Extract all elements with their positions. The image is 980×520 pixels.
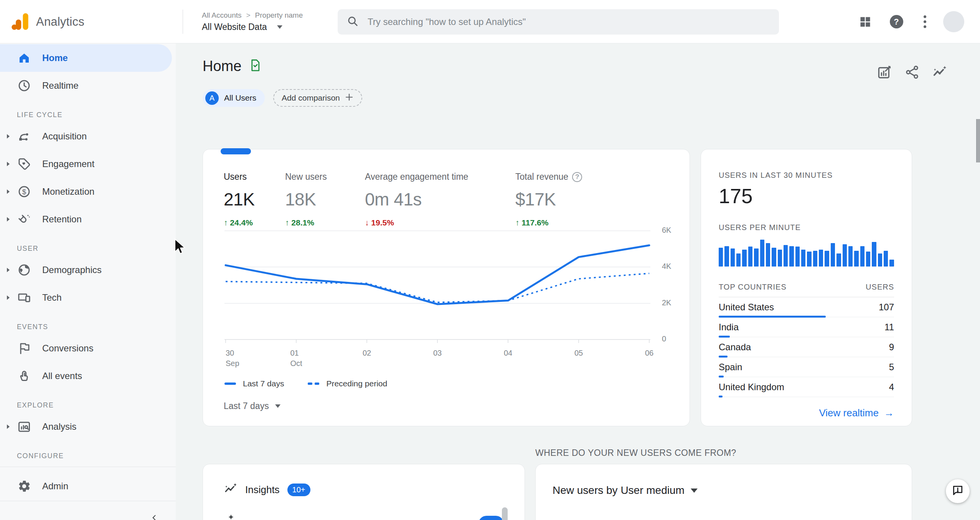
monetization-icon: $ — [17, 184, 31, 199]
expand-caret-icon[interactable] — [6, 134, 11, 139]
google-apps-grid-icon[interactable] — [856, 0, 874, 43]
property-selector[interactable]: All Website Data — [202, 22, 303, 32]
breadcrumb-property-name[interactable]: Property name — [255, 11, 303, 20]
country-row[interactable]: India 11 — [719, 317, 894, 337]
metric-label: Average engagement time — [365, 172, 515, 182]
sidebar-item-tech[interactable]: Tech — [0, 284, 176, 311]
sidebar-item-label: All events — [42, 371, 82, 381]
breakdown-dimension-selector[interactable]: New users by User medium — [553, 484, 896, 497]
search-input[interactable] — [368, 17, 770, 27]
country-users: 4 — [889, 382, 894, 392]
feedback-button[interactable] — [946, 479, 970, 503]
minute-bar — [724, 246, 729, 267]
minute-bar — [843, 244, 847, 267]
insights-card: Insights 10+ — [203, 464, 525, 520]
customize-report-icon[interactable] — [877, 65, 892, 80]
conversions-flag-icon — [17, 341, 31, 356]
date-range-label: Last 7 days — [224, 401, 269, 411]
minute-bar — [819, 250, 823, 267]
expand-caret-icon[interactable] — [6, 295, 11, 300]
sidebar-item-label: Admin — [42, 481, 68, 492]
metric-total-revenue[interactable]: Total revenue ? $17K ↑ 117.6% — [515, 172, 582, 227]
minute-bar — [778, 250, 782, 267]
country-row[interactable]: United Kingdom 4 — [719, 377, 894, 397]
minute-bar — [760, 240, 764, 267]
minute-bar — [795, 247, 800, 267]
user-avatar[interactable] — [943, 11, 964, 32]
line-series-last-7-days — [226, 245, 649, 304]
search-bar[interactable] — [338, 9, 779, 35]
sidebar-item-home[interactable]: Home — [0, 44, 172, 72]
insights-scrollbar[interactable] — [502, 507, 508, 520]
page-scrollbar[interactable] — [976, 119, 980, 162]
realtime-users-count: 175 — [719, 184, 894, 208]
insights-count-badge[interactable]: 10+ — [287, 484, 310, 496]
top-countries-label: TOP COUNTRIES — [719, 283, 787, 291]
expand-caret-icon[interactable] — [6, 217, 11, 222]
report-verified-icon[interactable] — [248, 58, 262, 74]
country-users: 107 — [879, 302, 894, 313]
minute-bar — [825, 251, 829, 267]
minute-bar — [754, 248, 758, 267]
minute-bar — [854, 251, 858, 267]
insights-spark-icon[interactable] — [932, 65, 947, 80]
all-users-chip[interactable]: A All Users — [203, 89, 265, 107]
minute-bar — [719, 248, 723, 267]
help-icon[interactable]: ? — [572, 172, 582, 182]
sidebar-item-admin[interactable]: Admin — [0, 472, 176, 500]
date-range-selector[interactable]: Last 7 days — [224, 401, 280, 411]
sidebar-item-analysis[interactable]: Analysis — [0, 413, 176, 441]
minute-bar — [836, 253, 841, 267]
arrow-right-icon: → — [884, 407, 894, 419]
expand-caret-icon[interactable] — [6, 267, 11, 273]
sidebar-item-conversions[interactable]: Conversions — [0, 335, 176, 362]
sidebar-item-retention[interactable]: Retention — [0, 205, 176, 233]
plus-icon — [345, 93, 354, 103]
breadcrumb[interactable]: All Accounts > Property name — [202, 11, 303, 20]
expand-caret-icon[interactable] — [6, 189, 11, 194]
minute-bar — [801, 250, 805, 267]
chevron-down-icon — [275, 404, 280, 408]
breadcrumb-all-accounts[interactable]: All Accounts — [202, 11, 242, 20]
brand-name: Analytics — [36, 15, 84, 29]
metric-new-users[interactable]: New users 18K ↑ 28.1% — [285, 172, 365, 227]
analytics-app: Analytics All Accounts > Property name A… — [0, 0, 980, 520]
expand-caret-icon[interactable] — [6, 161, 11, 167]
country-row[interactable]: United States 107 — [719, 297, 894, 317]
sidebar-item-all-events[interactable]: All events — [0, 362, 176, 390]
more-vertical-icon[interactable] — [916, 0, 934, 43]
view-realtime-link[interactable]: View realtime → — [719, 407, 894, 419]
expand-caret-icon[interactable] — [6, 424, 11, 429]
x-axis-tick: 30Sep — [226, 348, 239, 369]
sidebar-section-explore: EXPLORE — [17, 401, 176, 411]
sidebar-section-user: USER — [17, 245, 176, 254]
users-line-chart[interactable] — [224, 228, 650, 343]
add-comparison-chip[interactable]: Add comparison — [273, 89, 362, 107]
comparison-chips: A All Users Add comparison — [203, 89, 912, 107]
help-icon[interactable]: ? — [887, 0, 906, 43]
metric-avg-engagement-time[interactable]: Average engagement time 0m 41s ↓ 19.5% — [365, 172, 515, 227]
sidebar-item-acquisition[interactable]: Acquisition — [0, 123, 176, 150]
minute-bar — [889, 260, 894, 267]
minute-bar — [878, 253, 882, 267]
sidebar-item-engagement[interactable]: Engagement — [0, 150, 176, 178]
analysis-icon — [17, 419, 31, 434]
add-comparison-label: Add comparison — [282, 93, 340, 103]
insight-badge-partial — [478, 516, 504, 520]
share-icon[interactable] — [904, 65, 920, 80]
country-name: Canada — [719, 342, 751, 353]
sidebar-item-demographics[interactable]: Demographics — [0, 256, 176, 284]
country-row[interactable]: Spain 5 — [719, 357, 894, 377]
brand-block[interactable]: Analytics — [10, 0, 84, 43]
x-axis-tick: 04 — [504, 348, 512, 358]
sidebar-section-events: EVENTS — [17, 323, 176, 332]
minute-bar — [731, 248, 735, 267]
collapse-sidebar-icon[interactable] — [150, 514, 158, 520]
metric-delta: ↑ 28.1% — [285, 218, 365, 227]
metric-users[interactable]: Users 21K ↑ 24.4% — [224, 172, 285, 227]
sidebar-item-realtime[interactable]: Realtime — [0, 72, 176, 99]
y-axis-tick: 2K — [662, 298, 671, 307]
country-row[interactable]: Canada 9 — [719, 337, 894, 357]
x-axis-tick: 05 — [574, 348, 583, 358]
sidebar-item-monetization[interactable]: $ Monetization — [0, 178, 176, 205]
